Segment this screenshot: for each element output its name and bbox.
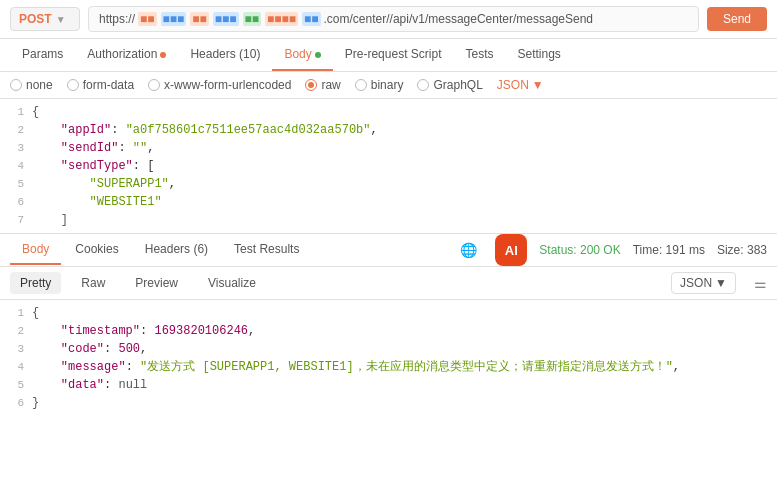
json-label: JSON [497,78,529,92]
response-format-bar: Pretty Raw Preview Visualize JSON ▼ ⚌ [0,267,777,300]
resp-line-1: 1 { [0,304,777,322]
resp-line-2: 2 "timestamp": 1693820106246, [0,322,777,340]
type-form-data[interactable]: form-data [67,78,134,92]
url-mask-5: ■■ [243,12,262,26]
filter-icon[interactable]: ⚌ [754,275,767,291]
url-mask-3: ■■ [190,12,209,26]
type-urlencoded[interactable]: x-www-form-urlencoded [148,78,291,92]
url-display[interactable]: https:// ■■ ■■■ ■■ ■■■ ■■ ■■■■ ■■ .com/c… [88,6,699,32]
json-format-select[interactable]: JSON ▼ [497,78,544,92]
tab-settings[interactable]: Settings [506,39,573,71]
url-mask-1: ■■ [138,12,157,26]
tab-params[interactable]: Params [10,39,75,71]
auth-dot [160,52,166,58]
request-code-editor[interactable]: 1 { 2 "appId": "a0f758601c7511ee57aac4d0… [0,99,777,234]
req-line-1: 1 { [0,103,777,121]
resp-tab-cookies[interactable]: Cookies [63,235,130,265]
type-none[interactable]: none [10,78,53,92]
url-mask-7: ■■ [302,12,321,26]
req-line-7: 7 ] [0,211,777,229]
response-tabs: Body Cookies Headers (6) Test Results 🌐 … [0,234,777,267]
method-chevron-icon: ▼ [56,14,66,25]
radio-graphql [417,79,429,91]
tab-body[interactable]: Body [272,39,332,71]
url-path: .com/center//api/v1/messageCenter/messag… [324,12,593,26]
resp-json-chevron-icon: ▼ [715,276,727,290]
tab-headers[interactable]: Headers (10) [178,39,272,71]
request-tabs: Params Authorization Headers (10) Body P… [0,39,777,72]
resp-tab-body[interactable]: Body [10,235,61,265]
fmt-pretty[interactable]: Pretty [10,272,61,294]
json-chevron-icon: ▼ [532,78,544,92]
req-line-2: 2 "appId": "a0f758601c7511ee57aac4d032aa… [0,121,777,139]
type-graphql[interactable]: GraphQL [417,78,482,92]
ai-button[interactable]: AI [495,234,527,266]
url-mask-2: ■■■ [161,12,187,26]
resp-line-3: 3 "code": 500, [0,340,777,358]
tab-tests[interactable]: Tests [453,39,505,71]
body-dot [315,52,321,58]
resp-tab-headers[interactable]: Headers (6) [133,235,220,265]
fmt-visualize[interactable]: Visualize [198,272,266,294]
url-mask-4: ■■■ [213,12,239,26]
fmt-preview[interactable]: Preview [125,272,188,294]
resp-tab-test-results[interactable]: Test Results [222,235,311,265]
response-status-bar: 🌐 AI Status: 200 OK Time: 191 ms Size: 3… [460,234,767,266]
tab-pre-request[interactable]: Pre-request Script [333,39,454,71]
req-line-5: 5 "SUPERAPP1", [0,175,777,193]
resp-line-4: 4 "message": "发送方式 [SUPERAPP1, WEBSITE1]… [0,358,777,376]
status-size-label: Size: 383 [717,243,767,257]
status-200-label: Status: 200 OK [539,243,620,257]
type-binary[interactable]: binary [355,78,404,92]
resp-json-label: JSON [680,276,712,290]
radio-none [10,79,22,91]
tab-authorization[interactable]: Authorization [75,39,178,71]
resp-line-6: 6 } [0,394,777,412]
resp-line-5: 5 "data": null [0,376,777,394]
send-button[interactable]: Send [707,7,767,31]
fmt-raw[interactable]: Raw [71,272,115,294]
radio-urlencoded [148,79,160,91]
globe-icon: 🌐 [460,242,477,258]
req-line-3: 3 "sendId": "", [0,139,777,157]
url-bar: POST ▼ https:// ■■ ■■■ ■■ ■■■ ■■ ■■■■ ■■… [0,0,777,39]
method-label: POST [19,12,52,26]
resp-json-select[interactable]: JSON ▼ [671,272,736,294]
radio-form-data [67,79,79,91]
response-code-editor[interactable]: 1 { 2 "timestamp": 1693820106246, 3 "cod… [0,300,777,415]
url-mask-6: ■■■■ [265,12,298,26]
radio-binary [355,79,367,91]
url-scheme: https:// [99,12,135,26]
req-line-6: 6 "WEBSITE1" [0,193,777,211]
status-time-label: Time: 191 ms [633,243,705,257]
radio-raw [305,79,317,91]
req-line-4: 4 "sendType": [ [0,157,777,175]
type-raw[interactable]: raw [305,78,340,92]
body-type-row: none form-data x-www-form-urlencoded raw… [0,72,777,99]
method-selector[interactable]: POST ▼ [10,7,80,31]
